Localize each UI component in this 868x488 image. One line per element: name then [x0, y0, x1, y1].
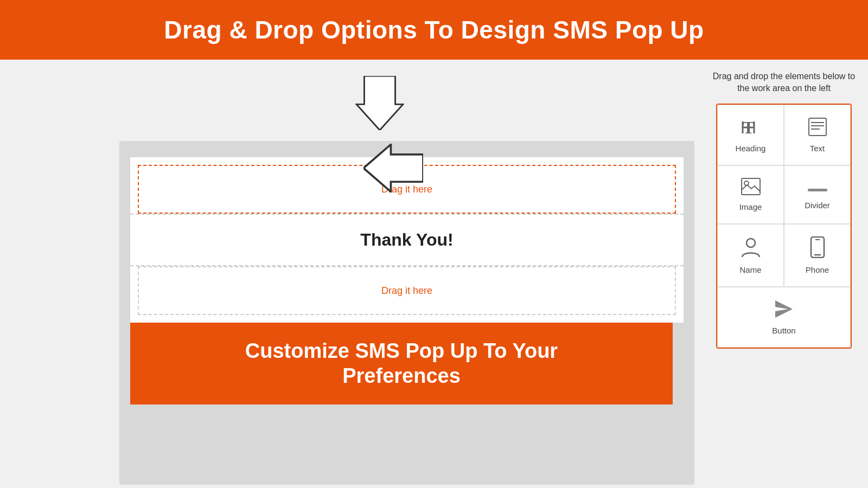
element-name[interactable]: Name [717, 224, 784, 287]
element-image[interactable]: Image [717, 165, 784, 224]
top-banner: Drag & Drop Options To Design SMS Pop Up [0, 0, 868, 60]
drop-zone-bottom-label: Drag it here [381, 285, 432, 297]
phone-icon [810, 236, 825, 261]
main-title: Drag & Drop Options To Design SMS Pop Up [0, 15, 868, 44]
svg-rect-10 [742, 178, 760, 195]
bottom-banner-title: Customize SMS Pop Up To Your Preferences [152, 339, 651, 388]
svg-marker-17 [775, 300, 793, 318]
name-icon [741, 236, 761, 261]
divider-icon [806, 179, 829, 196]
svg-point-13 [746, 239, 755, 247]
svg-marker-0 [356, 76, 403, 130]
text-label: Text [810, 144, 825, 153]
text-icon [808, 117, 827, 139]
left-section: Drag it here Thank You! Drag it here Cus… [0, 60, 705, 485]
heading-icon: T [741, 117, 761, 139]
image-icon [741, 178, 761, 198]
content-block: Thank You! [130, 214, 684, 266]
phone-label: Phone [806, 265, 829, 274]
button-label: Button [772, 326, 795, 335]
left-arrow-container [363, 144, 423, 195]
element-phone[interactable]: Phone [784, 224, 851, 287]
down-arrow-icon [355, 76, 404, 130]
main-content: Drag it here Thank You! Drag it here Cus… [0, 60, 868, 485]
bottom-banner: Customize SMS Pop Up To Your Preferences [130, 323, 673, 404]
svg-rect-12 [808, 189, 827, 191]
heading-label: Heading [736, 144, 766, 153]
divider-label: Divider [805, 201, 830, 210]
elements-grid: T Heading T [716, 104, 852, 349]
element-button[interactable]: Button [717, 287, 851, 348]
left-arrow-icon [363, 144, 423, 192]
panel-description: Drag and drop the elements below to the … [711, 70, 857, 95]
down-arrow-container [54, 60, 705, 141]
name-label: Name [739, 265, 761, 274]
button-icon [774, 299, 794, 322]
image-label: Image [739, 202, 762, 211]
content-heading: Thank You! [138, 230, 676, 250]
drop-zone-bottom[interactable]: Drag it here [138, 266, 676, 315]
element-text[interactable]: Text [784, 105, 851, 165]
svg-marker-1 [363, 144, 423, 191]
element-divider[interactable]: Divider [784, 165, 851, 224]
right-panel: Drag and drop the elements below to the … [705, 60, 868, 485]
element-heading[interactable]: T Heading [717, 105, 784, 165]
svg-rect-6 [809, 118, 826, 136]
